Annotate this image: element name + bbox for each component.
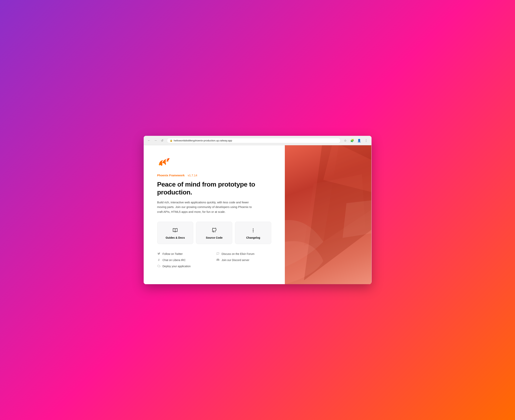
discord-icon <box>216 258 220 262</box>
twitter-link-text: Follow on Twitter <box>163 252 183 255</box>
links-grid: Follow on Twitter Discuss on the Elixir … <box>157 252 271 268</box>
changelog-label: Changelog <box>246 236 260 239</box>
svg-point-0 <box>253 230 253 231</box>
discord-link[interactable]: Join our Discord server <box>216 258 271 262</box>
twitter-icon <box>157 252 161 256</box>
back-button[interactable]: ← <box>146 138 152 143</box>
book-icon <box>173 227 178 233</box>
left-panel: Phoenix Framework v1.7.14 Peace of mind … <box>144 145 285 284</box>
source-code-label: Source Code <box>206 236 223 239</box>
profile-button[interactable]: 👤 <box>356 138 362 143</box>
menu-button[interactable]: ⋮ <box>363 138 369 143</box>
deploy-link[interactable]: Deploy your application <box>157 264 212 268</box>
lock-icon: 🔒 <box>170 139 173 142</box>
source-code-card[interactable]: Source Code <box>196 222 232 244</box>
elixir-forum-link-text: Discuss on the Elixir Forum <box>222 252 254 255</box>
discord-link-text: Join our Discord server <box>222 259 249 262</box>
guides-docs-card[interactable]: Guides & Docs <box>157 222 193 244</box>
irc-link[interactable]: # Chat on Libera IRC <box>157 258 212 262</box>
url-text: helloworlddistilleryphoenix-production.u… <box>174 139 232 142</box>
cards-row: Guides & Docs Source Code <box>157 222 271 244</box>
twitter-link[interactable]: Follow on Twitter <box>157 252 212 256</box>
phoenix-logo <box>157 157 271 168</box>
bookmark-button[interactable]: ☆ <box>343 138 348 143</box>
guides-docs-label: Guides & Docs <box>166 236 185 239</box>
browser-window: ← → ↺ 🔒 helloworlddistilleryphoenix-prod… <box>144 136 371 284</box>
reload-button[interactable]: ↺ <box>160 138 165 143</box>
framework-label: Phoenix Framework v1.7.14 <box>157 174 271 177</box>
changelog-icon <box>251 227 256 233</box>
forward-button[interactable]: → <box>153 138 158 143</box>
extensions-button[interactable]: 🧩 <box>350 138 355 143</box>
cloud-icon <box>157 264 161 268</box>
browser-chrome: ← → ↺ 🔒 helloworlddistilleryphoenix-prod… <box>144 136 371 145</box>
description: Build rich, interactive web applications… <box>157 200 258 214</box>
browser-nav: ← → ↺ <box>146 138 165 143</box>
page-content: Phoenix Framework v1.7.14 Peace of mind … <box>144 145 371 284</box>
right-panel-overlay <box>285 145 371 284</box>
right-panel <box>285 145 371 284</box>
framework-version: v1.7.14 <box>188 174 197 177</box>
framework-name: Phoenix Framework <box>157 174 185 177</box>
deploy-link-text: Deploy your application <box>163 265 191 268</box>
address-bar[interactable]: 🔒 helloworlddistilleryphoenix-production… <box>167 138 341 143</box>
hash-icon: # <box>157 258 161 262</box>
main-heading: Peace of mind from prototype to producti… <box>157 180 271 196</box>
github-icon <box>212 227 217 233</box>
elixir-forum-link[interactable]: Discuss on the Elixir Forum <box>216 252 271 256</box>
forum-icon <box>216 252 220 256</box>
irc-link-text: Chat on Libera IRC <box>163 259 186 262</box>
browser-actions: ☆ 🧩 👤 ⋮ <box>343 138 369 143</box>
changelog-card[interactable]: Changelog <box>235 222 271 244</box>
